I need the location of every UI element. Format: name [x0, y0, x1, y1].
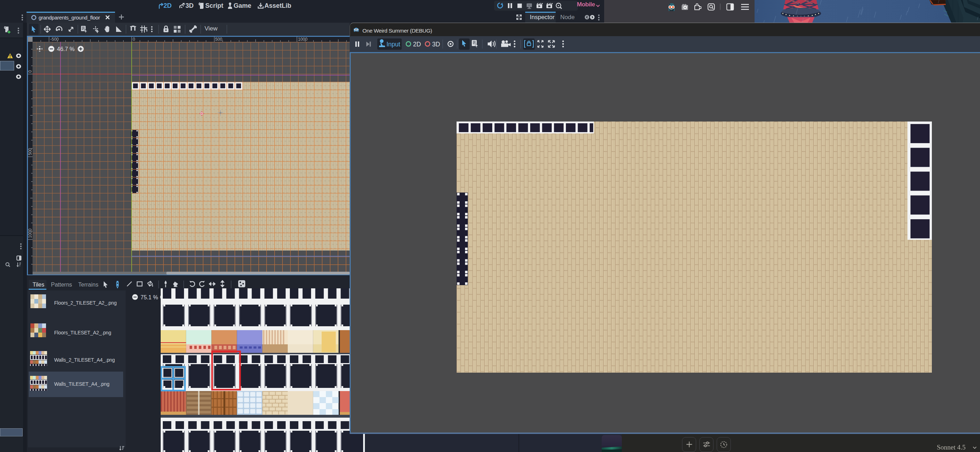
svg-text:-500: -500 [50, 37, 59, 42]
svg-text:2D: 2D [413, 41, 421, 48]
svg-text:0: 0 [133, 37, 135, 42]
svg-text:Input: Input [387, 41, 400, 48]
svg-text:1000: 1000 [28, 228, 33, 238]
svg-text:3D: 3D [432, 41, 440, 48]
svg-text:0: 0 [28, 70, 33, 73]
svg-text:1000: 1000 [298, 37, 307, 42]
svg-text:500: 500 [28, 148, 33, 155]
svg-text:500: 500 [215, 37, 222, 42]
